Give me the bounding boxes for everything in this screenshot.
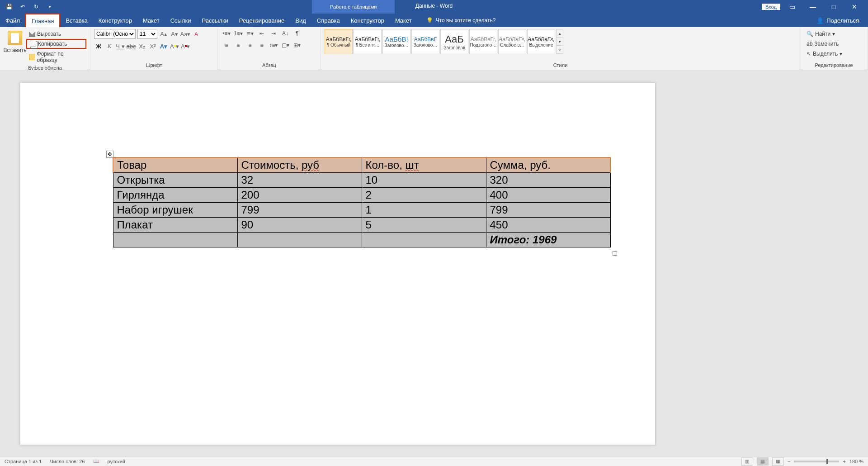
table-row[interactable]: Открытка3210320 (113, 173, 610, 188)
justify-button[interactable]: ≡ (257, 41, 267, 50)
document-area[interactable]: ✥ Товар Стоимость, руб Кол-во, шт Сумма,… (0, 70, 868, 456)
numbering-button[interactable]: 1≡▾ (233, 29, 243, 38)
find-button[interactable]: 🔍Найти ▾ (804, 30, 845, 38)
bold-button[interactable]: Ж (94, 42, 103, 51)
styles-down-icon[interactable]: ▾ (557, 38, 563, 46)
align-center-button[interactable]: ≡ (233, 41, 243, 50)
table-header-row[interactable]: Товар Стоимость, руб Кол-во, шт Сумма, р… (113, 157, 610, 173)
font-size-select[interactable]: 11 (137, 29, 157, 39)
header-cell[interactable]: Кол-во, шт (362, 157, 486, 173)
header-cell[interactable]: Сумма, руб. (486, 157, 610, 173)
header-cell[interactable]: Товар (113, 157, 237, 173)
close-icon[interactable]: ✕ (845, 3, 863, 10)
status-page[interactable]: Страница 1 из 1 (5, 459, 42, 464)
table-row[interactable]: Гирлянда2002400 (113, 188, 610, 203)
qat-more-icon[interactable]: ▾ (46, 3, 53, 10)
format-painter-button[interactable]: Формат по образцу (26, 50, 86, 64)
table-row[interactable]: Плакат905450 (113, 218, 610, 233)
shading-button[interactable]: ▢▾ (280, 41, 290, 50)
superscript-button[interactable]: X² (148, 42, 157, 51)
zoom-level[interactable]: 180 % (849, 459, 863, 464)
maximize-icon[interactable]: □ (825, 3, 843, 10)
signin-button[interactable]: Вход (762, 4, 780, 10)
status-lang[interactable]: русский (108, 459, 125, 464)
styles-up-icon[interactable]: ▴ (557, 29, 563, 38)
web-layout-button[interactable]: ▦ (772, 457, 784, 466)
font-color-button[interactable]: A▾ (181, 42, 190, 51)
subscript-button[interactable]: X₂ (137, 42, 146, 51)
style-normal[interactable]: АаБбВвГг,¶ Обычный (325, 29, 353, 54)
ribbon-display-icon[interactable]: ▭ (783, 3, 801, 10)
tab-design[interactable]: Конструктор (93, 14, 137, 27)
dec-indent-button[interactable]: ⇤ (257, 29, 267, 38)
copy-button[interactable]: Копировать (26, 39, 86, 49)
select-button[interactable]: ↖Выделить ▾ (804, 50, 845, 58)
style-title[interactable]: АаБЗаголовок (440, 29, 468, 54)
tab-home[interactable]: Главная (25, 14, 60, 27)
tell-me-input[interactable]: 💡 Что вы хотите сделать? (426, 14, 496, 27)
share-button[interactable]: 👤 Поделиться (816, 14, 868, 27)
borders-button[interactable]: ⊞▾ (292, 41, 302, 50)
tab-table-layout[interactable]: Макет (390, 14, 417, 27)
style-weak[interactable]: АаБбВвГг,Слабое в… (498, 29, 526, 54)
tab-table-design[interactable]: Конструктор (345, 14, 390, 27)
shrink-font-button[interactable]: A▾ (170, 29, 179, 38)
italic-button[interactable]: К (105, 42, 114, 51)
cut-button[interactable]: Вырезать (26, 30, 86, 38)
minimize-icon[interactable]: ― (804, 3, 822, 10)
group-styles-label: Стили (321, 62, 800, 70)
style-heading2[interactable]: АаБбВвГЗаголово… (411, 29, 439, 54)
style-emphasis[interactable]: АаБбВвГг,Выделение (527, 29, 555, 54)
tab-file[interactable]: Файл (0, 14, 25, 27)
tab-insert[interactable]: Вставка (60, 14, 93, 27)
tab-mailings[interactable]: Рассылки (196, 14, 233, 27)
text-effects-button[interactable]: A▾ (159, 42, 168, 51)
statusbar: Страница 1 из 1 Число слов: 26 📖 русский… (0, 456, 868, 466)
bullets-button[interactable]: •≡▾ (222, 29, 231, 38)
style-nospacing[interactable]: АаБбВвГг,¶ Без инт… (354, 29, 382, 54)
zoom-out-button[interactable]: − (788, 459, 790, 464)
tab-help[interactable]: Справка (311, 14, 345, 27)
grow-font-button[interactable]: A▴ (159, 29, 168, 38)
align-left-button[interactable]: ≡ (222, 41, 231, 50)
undo-icon[interactable]: ↶ (19, 3, 26, 10)
table-resize-handle-icon[interactable] (613, 251, 617, 256)
save-icon[interactable]: 💾 (5, 3, 13, 10)
multilevel-button[interactable]: ≣▾ (245, 29, 255, 38)
style-subtitle[interactable]: АаБбВвГг,Подзаголо… (469, 29, 497, 54)
tab-layout[interactable]: Макет (137, 14, 165, 27)
tab-references[interactable]: Ссылки (165, 14, 197, 27)
replace-button[interactable]: abЗаменить (804, 40, 845, 48)
tab-review[interactable]: Рецензирование (234, 14, 290, 27)
change-case-button[interactable]: Aa▾ (181, 29, 190, 38)
inc-indent-button[interactable]: ⇥ (269, 29, 278, 38)
titlebar: 💾 ↶ ↻ ▾ Данные - Word Работа с таблицами… (0, 0, 868, 14)
clear-format-button[interactable]: A (192, 29, 201, 38)
paste-button[interactable]: Вставить (4, 29, 26, 53)
header-cell[interactable]: Стоимость, руб (237, 157, 362, 173)
table-row[interactable]: Набор игрушек7991799 (113, 203, 610, 218)
show-marks-button[interactable]: ¶ (292, 29, 302, 38)
align-right-button[interactable]: ≡ (245, 41, 255, 50)
read-mode-button[interactable]: ▥ (741, 457, 753, 466)
underline-button[interactable]: Ч ▾ (116, 42, 125, 51)
zoom-in-button[interactable]: + (843, 459, 845, 464)
print-layout-button[interactable]: ▤ (757, 457, 769, 466)
search-icon: 🔍 (807, 31, 813, 37)
strike-button[interactable]: abc (127, 42, 136, 51)
styles-expand-icon[interactable]: ▿ (557, 46, 563, 54)
line-spacing-button[interactable]: ↕≡▾ (269, 41, 278, 50)
sort-button[interactable]: A↓ (280, 29, 290, 38)
tab-view[interactable]: Вид (290, 14, 311, 27)
zoom-slider[interactable] (794, 461, 839, 462)
style-heading1[interactable]: АаБбВ!Заголово… (382, 29, 410, 54)
spellcheck-icon[interactable]: 📖 (93, 458, 99, 464)
format-label: Формат по образцу (37, 51, 84, 63)
table-total-row[interactable]: Итого: 1969 (113, 233, 610, 247)
data-table[interactable]: Товар Стоимость, руб Кол-во, шт Сумма, р… (113, 157, 611, 247)
font-name-select[interactable]: Calibri (Осно (94, 29, 136, 39)
replace-icon: ab (807, 41, 812, 47)
redo-icon[interactable]: ↻ (33, 3, 40, 10)
highlight-button[interactable]: A▾ (170, 42, 179, 51)
status-words[interactable]: Число слов: 26 (50, 459, 85, 464)
